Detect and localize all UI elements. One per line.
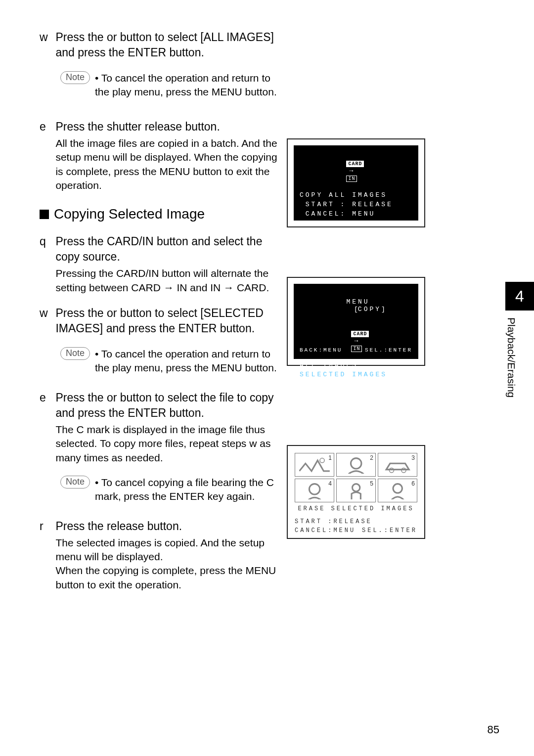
note-text: • To cancel copying a file bearing the C… [95,476,283,504]
note-1: Note • To cancel the operation and retur… [60,71,287,99]
step-e-shutter: e Press the shutter release button. All … [40,119,287,192]
thumb-num: 2 [370,454,373,461]
text-column: w Press the or button to select [ALL IMA… [40,30,287,592]
panel3-sel: SEL.:ENTER [362,527,417,534]
step-main: Press the or button to select the file t… [55,391,273,419]
panel3-cancel: CANCEL:MENU [295,527,356,534]
thumbnail-grid: 1 2 3 4 5 6 [295,453,417,502]
face-icon [341,456,371,474]
lcd-footer-back: BACK:MENU [300,347,342,353]
svg-point-4 [309,484,319,494]
lcd-menu-item-all: ALL IMAGES [300,361,412,369]
lcd-header-row: MENU [COPY] [300,291,412,320]
page-number: 85 [488,723,499,736]
card-tag: CARD [351,331,369,337]
lcd-copy-label: COPY [358,306,381,313]
thumbnail-4: 4 [295,479,334,502]
face-icon [299,482,330,500]
section-heading-copying-selected: Copying Selected Image [40,206,287,222]
step-sub: The selected images is copied. And the s… [55,536,283,592]
step-marker: q [40,234,52,249]
lcd-card-in-row: CARD → IN [300,152,412,189]
thumbnail-2: 2 [336,453,376,477]
thumbnail-5: 5 [336,479,376,502]
step-body: Press the CARD/IN button and select the … [55,234,283,295]
lcd-line: START : RELEASE [300,201,412,208]
step-marker: w [40,30,52,45]
note-text: • To cancel the operation and return to … [95,71,283,99]
thumb-num: 6 [411,480,415,487]
lcd-display-1: CARD → IN COPY ALL IMAGES START : RELEAS… [294,145,418,221]
thumbnail-3: 3 [378,453,417,477]
arrow-right-icon: → [349,167,353,175]
landscape-icon [299,456,330,474]
thumb-num: 1 [328,454,332,461]
person-icon [341,482,371,500]
screen-copy-menu: MENU [COPY] CARD → IN ALL IMAGES SELECTE… [287,277,425,366]
step-marker: w [40,306,52,321]
svg-point-5 [352,484,359,491]
step-body: Press the release button. The selected i… [55,519,283,592]
heading-text: Copying Selected Image [54,206,205,222]
step-text: Press the or button to select [ALL IMAGE… [55,30,283,60]
screen-erase-selected: 1 2 3 4 5 6 ERASE SE [287,445,425,539]
step-main: Press the CARD/IN button and select the … [55,235,262,263]
in-tag: IN [346,176,357,182]
svg-point-1 [351,458,361,468]
chapter-number: 4 [505,282,534,311]
lcd-card-in-row: CARD → IN [300,322,412,359]
step-sub: The C mark is displayed in the image fil… [55,423,283,465]
note-badge: Note [60,347,90,360]
note-badge: Note [60,476,90,489]
chapter-tab: 4 Playback/Erasing [505,282,534,435]
step-main: Press the shutter release button. [55,120,220,133]
portrait-icon [382,482,413,500]
arrow-right-icon: → [354,337,358,345]
step-e-select-file: e Press the or button to select the file… [40,390,287,465]
lcd-menu-item-selected: SELECTED IMAGES [300,371,412,378]
chapter-label: Playback/Erasing [505,311,517,398]
lcd-display-2: MENU [COPY] CARD → IN ALL IMAGES SELECTE… [294,284,418,359]
screen-copy-all-images: CARD → IN COPY ALL IMAGES START : RELEAS… [287,138,425,227]
manual-page: w Press the or button to select [ALL IMA… [0,0,534,756]
panel3-start: START :RELEASE [295,518,372,525]
note-2: Note • To cancel the operation and retur… [60,347,287,375]
step-marker: r [40,519,52,534]
note-badge: Note [60,71,90,84]
step-w-all-images: w Press the or button to select [ALL IMA… [40,30,287,60]
card-tag: CARD [346,161,364,167]
step-r-release: r Press the release button. The selected… [40,519,287,592]
lcd-line: CANCEL: MENU [300,210,412,218]
thumbnail-1: 1 [295,453,334,477]
step-marker: e [40,390,52,405]
note-3: Note • To cancel copying a file bearing … [60,476,287,504]
lcd-menu-label: MENU [346,298,369,306]
thumb-num: 4 [328,480,332,487]
lcd-footer: BACK:MENU SEL.:ENTER [300,347,412,353]
thumb-num: 5 [370,480,373,487]
lcd-line: COPY ALL IMAGES [300,191,412,199]
car-icon [382,456,413,474]
step-body: Press the or button to select the file t… [55,390,283,465]
step-marker: e [40,119,52,134]
lcd-footer-sel: SEL.:ENTER [365,347,412,353]
step-main: Press the release button. [55,520,182,533]
note-text: • To cancel the operation and return to … [95,347,283,375]
thumb-num: 3 [411,454,415,461]
step-text: Press the or button to select [SELECTED … [55,306,283,336]
step-q-card-in: q Press the CARD/IN button and select th… [40,234,287,295]
svg-point-0 [320,458,324,462]
panel3-title: ERASE SELECTED IMAGES [295,505,417,512]
square-bullet-icon [40,210,49,219]
step-body: Press the shutter release button. All th… [55,119,283,192]
thumbnail-6: 6 [378,479,417,502]
step-sub: Pressing the CARD/IN button will alterna… [55,267,283,295]
step-sub: All the image files are copied in a batc… [55,136,283,192]
step-w-selected-images: w Press the or button to select [SELECTE… [40,306,287,336]
svg-point-6 [393,484,402,492]
